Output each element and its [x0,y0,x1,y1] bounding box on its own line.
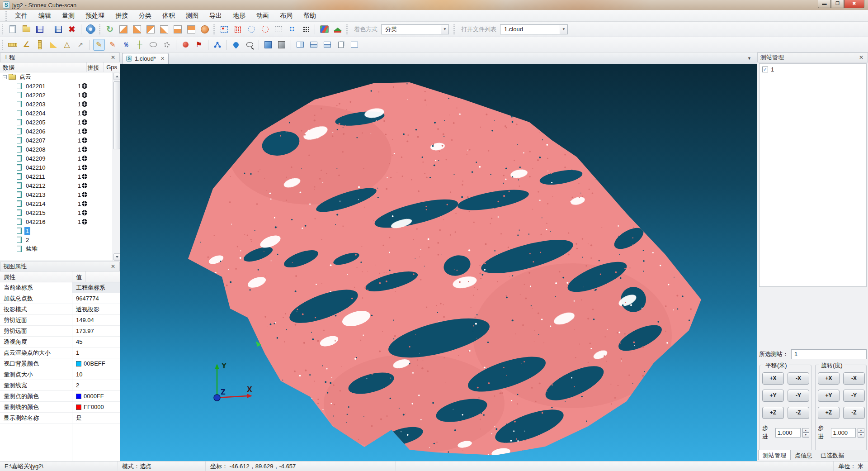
draw-pen-icon[interactable]: ✎ [93,39,105,51]
new-file-icon[interactable] [7,24,19,35]
rotate-+y-button[interactable]: +Y [818,390,840,402]
tree-scrollbar-thumb[interactable] [113,81,120,149]
tree-root-folder[interactable]: −点云 [0,72,113,81]
menu-预处理[interactable]: 预处理 [80,10,110,21]
menu-体积[interactable]: 体积 [157,10,180,21]
selected-station-field[interactable]: 1 [791,349,867,359]
measure-distance-icon[interactable] [7,39,19,51]
column-stitch[interactable]: 拼接 [87,62,104,72]
copy-view-icon[interactable] [335,39,347,51]
deselect-circle-icon[interactable] [259,24,271,35]
measure-area-icon[interactable] [47,39,59,51]
colormap-icon[interactable] [318,24,330,35]
cube-blue-icon[interactable] [262,39,274,51]
save-all-icon[interactable] [52,24,64,35]
tree-item-042214[interactable]: 0422141 [0,199,113,208]
tree-item-042216[interactable]: 0422161 [0,217,113,226]
rotate-step-input[interactable]: 1.000 [831,428,856,438]
tree-item-042215[interactable]: 0422151 [0,208,113,217]
pick-settings-icon[interactable] [161,39,173,51]
translate-+x-button[interactable]: +X [762,372,784,385]
select-invert-icon[interactable] [300,24,311,35]
density-icon[interactable]: ％ [120,39,132,51]
translate-step-spinner[interactable]: ▲▼ [802,428,809,438]
tree-item-042203[interactable]: 0422031 [0,100,113,109]
tree-item-042205[interactable]: 0422051 [0,118,113,127]
tree-item-042204[interactable]: 0422041 [0,109,113,118]
chevron-down-icon[interactable]: ▼ [560,25,567,34]
prop-row-投影模式[interactable]: 投影模式透视投影 [0,304,120,315]
lasso-icon[interactable] [244,39,255,51]
panel-tab-已选数据[interactable]: 已选数据 [816,450,848,460]
tree-item-042211[interactable]: 0422111 [0,172,113,181]
flag-icon[interactable]: ⚑ [193,39,205,51]
tab-list-dropdown-icon[interactable]: ▼ [745,54,754,62]
cube-gray-icon[interactable] [276,39,288,51]
split-quad-icon[interactable] [308,39,320,51]
cube-view-top-icon[interactable] [172,24,184,35]
prop-row-剪切近面[interactable]: 剪切近面149.04 [0,315,120,326]
tree-item-042201[interactable]: 0422011 [0,81,113,90]
menu-拼接[interactable]: 拼接 [110,10,133,21]
translate--y-button[interactable]: -Y [788,390,809,402]
refresh-view-icon[interactable]: ↻ [104,24,116,35]
rotate--y-button[interactable]: -Y [843,390,865,402]
panel-tab-测站管理[interactable]: 测站管理 [758,450,791,460]
single-view-icon[interactable] [349,39,360,51]
menu-编辑[interactable]: 编辑 [33,10,57,21]
split-vertical-icon[interactable] [294,39,306,51]
tree-item-042207[interactable]: 0422071 [0,136,113,145]
tree-item-042210[interactable]: 0422101 [0,163,113,172]
network-nodes-icon[interactable] [212,39,223,51]
crayon-icon[interactable]: ✎ [107,39,118,51]
scroll-down-icon[interactable] [113,253,120,261]
tree-item-042209[interactable]: 0422091 [0,154,113,163]
cube-view-back-icon[interactable] [131,24,143,35]
menu-量测[interactable]: 量测 [57,10,80,21]
measure-unknown-icon[interactable]: △ [61,39,73,51]
prop-row-视口背景颜色[interactable]: 视口背景颜色00BEFF [0,358,120,369]
tree-item-042208[interactable]: 0422081 [0,145,113,154]
menu-帮助[interactable]: 帮助 [298,10,321,21]
add-point-icon[interactable] [179,39,191,51]
tree-item-1[interactable]: 1 [0,226,113,235]
menu-导出[interactable]: 导出 [204,10,227,21]
open-file-icon[interactable] [20,24,32,35]
prop-row-剪切远面[interactable]: 剪切远面173.97 [0,326,120,337]
translate-+z-button[interactable]: +Z [762,407,784,419]
measure-height-icon[interactable] [34,39,46,51]
rotate--z-button[interactable]: -Z [843,407,865,419]
cube-view-bottom-icon[interactable] [185,24,197,35]
column-data[interactable]: 数据 [0,62,87,72]
tree-column-header[interactable]: 数据 拼接 Gps [0,62,120,72]
select-grid-icon[interactable] [286,24,298,35]
cube-view-front-icon[interactable] [118,24,129,35]
menu-动画[interactable]: 动画 [251,10,274,21]
cube-view-left-icon[interactable] [145,24,156,35]
prop-row-加载总点数[interactable]: 加载总点数9647774 [0,293,120,304]
coloring-mode-combobox[interactable]: 分类 ▼ [381,24,449,34]
rotate-+x-button[interactable]: +X [818,372,840,385]
translate--z-button[interactable]: -Z [788,407,809,419]
cube-view-right-icon[interactable] [158,24,170,35]
menu-分类[interactable]: 分类 [133,10,157,21]
select-fence-icon[interactable] [273,24,284,35]
prop-row-量测点的颜色[interactable]: 量测点的颜色0000FF [0,391,120,402]
tab-close-icon[interactable]: ✕ [160,56,165,62]
split-horizontal-icon[interactable] [321,39,333,51]
select-circle-icon[interactable] [245,24,257,35]
maximize-button[interactable]: ❐ [831,0,844,8]
tab-1cloud[interactable]: S 1.cloud* ✕ [122,53,169,64]
tree-item-042212[interactable]: 0422121 [0,181,113,190]
translate-+y-button[interactable]: +Y [762,390,784,402]
settings-gear-icon[interactable] [85,24,96,35]
menu-测图[interactable]: 测图 [180,10,204,21]
prop-row-量测点大小[interactable]: 量测点大小10 [0,369,120,380]
prop-row-显示测站名称[interactable]: 显示测站名称是 [0,413,120,423]
menu-布局[interactable]: 布局 [274,10,298,21]
prop-row-透视角度[interactable]: 透视角度45 [0,337,120,347]
tree-scrollbar[interactable] [113,72,120,261]
tree-item-042206[interactable]: 0422061 [0,127,113,136]
sphere-view-icon[interactable] [199,24,211,35]
menu-地形[interactable]: 地形 [227,10,251,21]
